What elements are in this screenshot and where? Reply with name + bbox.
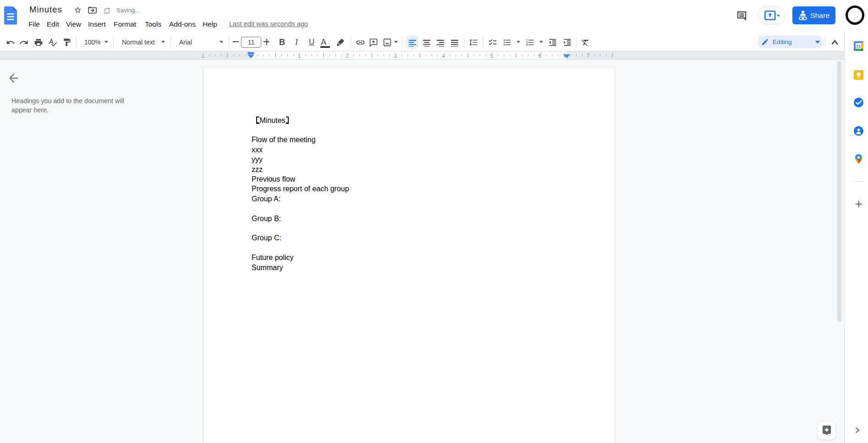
svg-text:6: 6 <box>538 53 542 59</box>
svg-text:5: 5 <box>490 53 494 59</box>
svg-text:7: 7 <box>587 53 590 59</box>
svg-text:4: 4 <box>442 53 445 59</box>
svg-text:1: 1 <box>298 53 301 59</box>
svg-text:31: 31 <box>856 44 861 49</box>
svg-text:1: 1 <box>202 53 205 59</box>
svg-text:2: 2 <box>346 53 349 59</box>
svg-text:3: 3 <box>394 53 397 59</box>
